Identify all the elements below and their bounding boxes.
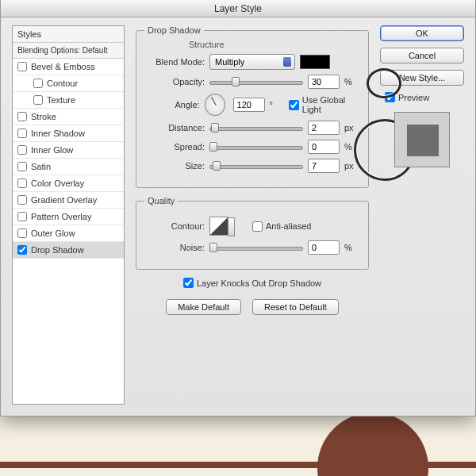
contour-picker[interactable]: [209, 217, 228, 236]
opacity-unit: %: [344, 77, 360, 86]
style-checkbox[interactable]: [33, 79, 43, 88]
use-global-light-checkbox[interactable]: Use Global Light: [289, 95, 360, 114]
layer-style-dialog: Layer Style Styles Blending Options: Def…: [0, 0, 476, 416]
dialog-title: Layer Style: [1, 0, 475, 17]
dialog-actions: OK Cancel New Style... Preview: [380, 25, 464, 405]
opacity-input[interactable]: [308, 75, 340, 89]
reset-default-button[interactable]: Reset to Default: [252, 299, 339, 315]
style-label: Pattern Overlay: [31, 212, 91, 221]
noise-label: Noise:: [144, 243, 205, 252]
style-checkbox[interactable]: [17, 129, 27, 138]
make-default-button[interactable]: Make Default: [166, 299, 241, 315]
size-label: Size:: [144, 161, 205, 171]
new-style-button[interactable]: New Style...: [380, 70, 464, 86]
knockout-input[interactable]: [183, 278, 194, 288]
spread-unit: %: [344, 142, 360, 152]
style-row-inner-shadow[interactable]: Inner Shadow: [13, 125, 124, 142]
noise-input[interactable]: [308, 240, 340, 255]
antialiased-checkbox[interactable]: Anti-aliased: [252, 221, 311, 232]
angle-input[interactable]: [233, 98, 265, 112]
style-row-texture[interactable]: Texture: [13, 92, 124, 109]
drop-shadow-heading: Drop Shadow: [144, 25, 204, 35]
opacity-slider[interactable]: [209, 76, 303, 87]
style-checkbox[interactable]: [17, 162, 27, 171]
style-checkbox[interactable]: [17, 245, 27, 255]
style-checkbox[interactable]: [17, 145, 27, 155]
style-checkbox[interactable]: [17, 62, 27, 71]
style-row-stroke[interactable]: Stroke: [13, 109, 124, 125]
quality-heading: Quality: [144, 196, 178, 205]
style-row-pattern-overlay[interactable]: Pattern Overlay: [13, 209, 124, 225]
size-unit: px: [344, 161, 360, 171]
angle-label: Angle:: [144, 100, 200, 109]
style-row-contour[interactable]: Contour: [13, 75, 124, 92]
size-slider[interactable]: [209, 160, 303, 171]
style-label: Satin: [31, 162, 51, 171]
angle-unit: °: [270, 100, 284, 109]
styles-header[interactable]: Styles: [13, 26, 124, 43]
style-label: Inner Shadow: [31, 129, 85, 138]
style-label: Drop Shadow: [31, 245, 84, 255]
spread-slider[interactable]: [209, 141, 303, 152]
distance-label: Distance:: [144, 123, 205, 132]
preview-swatch: [394, 112, 450, 167]
styles-panel: Styles Blending Options: Default Bevel &…: [12, 25, 125, 405]
spread-input[interactable]: [308, 140, 340, 154]
style-label: Stroke: [31, 112, 56, 121]
style-label: Inner Glow: [31, 145, 73, 155]
ok-button[interactable]: OK: [380, 25, 464, 41]
effect-settings: Drop Shadow Structure Blend Mode: Multip…: [134, 25, 370, 405]
style-checkbox[interactable]: [17, 228, 27, 238]
style-label: Color Overlay: [31, 178, 84, 188]
style-checkbox[interactable]: [17, 178, 27, 188]
style-label: Gradient Overlay: [31, 195, 97, 205]
style-row-bevel-emboss[interactable]: Bevel & Emboss: [13, 59, 124, 75]
cancel-button[interactable]: Cancel: [380, 48, 464, 63]
style-checkbox[interactable]: [33, 95, 43, 105]
style-label: Contour: [47, 79, 78, 88]
contour-label: Contour:: [144, 221, 205, 231]
shadow-color-swatch[interactable]: [300, 55, 330, 69]
style-row-drop-shadow[interactable]: Drop Shadow: [13, 242, 124, 259]
knockout-checkbox[interactable]: Layer Knocks Out Drop Shadow: [134, 278, 370, 288]
blend-mode-label: Blend Mode:: [144, 57, 205, 67]
style-row-color-overlay[interactable]: Color Overlay: [13, 175, 124, 192]
style-row-outer-glow[interactable]: Outer Glow: [13, 225, 124, 242]
style-label: Bevel & Emboss: [31, 62, 95, 71]
blend-mode-select[interactable]: Multiply: [209, 54, 295, 70]
quality-fieldset: Quality Contour: Anti-aliased Noise: %: [136, 196, 369, 270]
preview-checkbox[interactable]: Preview: [385, 92, 464, 102]
style-row-inner-glow[interactable]: Inner Glow: [13, 142, 124, 159]
distance-input[interactable]: [308, 121, 340, 135]
style-row-gradient-overlay[interactable]: Gradient Overlay: [13, 192, 124, 209]
style-checkbox[interactable]: [17, 212, 27, 221]
style-label: Outer Glow: [31, 228, 75, 238]
distance-slider[interactable]: [209, 122, 303, 133]
drop-shadow-fieldset: Drop Shadow Structure Blend Mode: Multip…: [136, 25, 369, 188]
noise-slider[interactable]: [209, 242, 303, 253]
noise-unit: %: [344, 243, 360, 252]
angle-dial[interactable]: [205, 94, 225, 116]
style-row-satin[interactable]: Satin: [13, 159, 124, 175]
style-checkbox[interactable]: [17, 112, 27, 121]
preview-input[interactable]: [385, 92, 395, 102]
distance-unit: px: [344, 123, 360, 132]
structure-heading: Structure: [189, 40, 360, 49]
style-checkbox[interactable]: [17, 195, 27, 205]
antialiased-input[interactable]: [252, 221, 263, 232]
opacity-label: Opacity:: [144, 77, 205, 86]
style-label: Texture: [47, 95, 75, 105]
blending-options-row[interactable]: Blending Options: Default: [13, 43, 124, 59]
spread-label: Spread:: [144, 142, 205, 152]
use-global-light-input[interactable]: [289, 100, 299, 110]
size-input[interactable]: [308, 159, 340, 173]
